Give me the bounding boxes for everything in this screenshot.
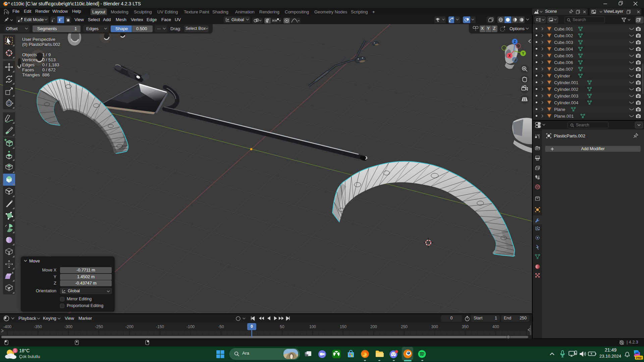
svg-text:Y: Y [522, 52, 524, 55]
svg-text:1: 1 [14, 349, 16, 353]
svg-text:Z: Z [514, 40, 516, 44]
svg-text:X: X [508, 54, 511, 58]
